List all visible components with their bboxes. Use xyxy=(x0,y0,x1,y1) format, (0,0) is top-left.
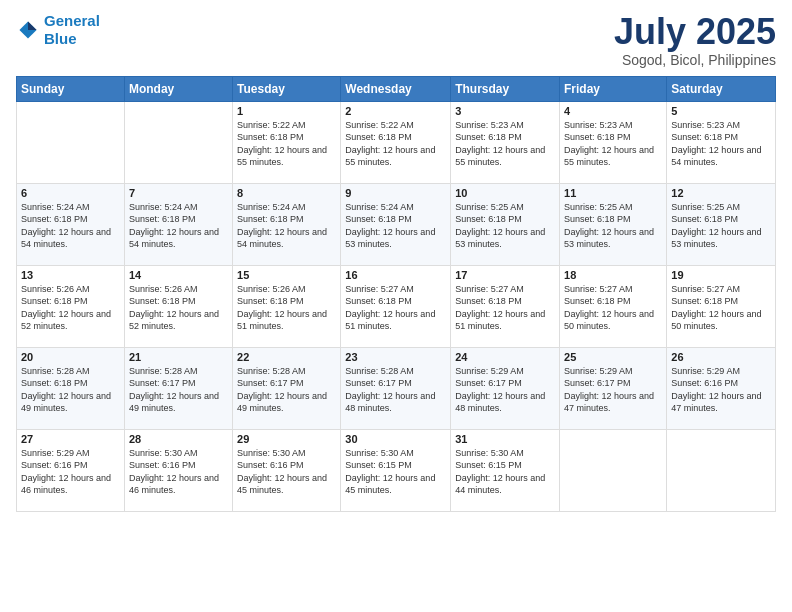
day-info: Sunrise: 5:28 AM Sunset: 6:18 PM Dayligh… xyxy=(21,365,120,415)
day-info: Sunrise: 5:30 AM Sunset: 6:15 PM Dayligh… xyxy=(345,447,446,497)
cell-2-2: 15Sunrise: 5:26 AM Sunset: 6:18 PM Dayli… xyxy=(233,265,341,347)
cell-4-4: 31Sunrise: 5:30 AM Sunset: 6:15 PM Dayli… xyxy=(451,429,560,511)
cell-0-5: 4Sunrise: 5:23 AM Sunset: 6:18 PM Daylig… xyxy=(560,101,667,183)
cell-3-6: 26Sunrise: 5:29 AM Sunset: 6:16 PM Dayli… xyxy=(667,347,776,429)
cell-0-1 xyxy=(124,101,232,183)
cell-0-6: 5Sunrise: 5:23 AM Sunset: 6:18 PM Daylig… xyxy=(667,101,776,183)
day-number: 20 xyxy=(21,351,120,363)
cell-2-3: 16Sunrise: 5:27 AM Sunset: 6:18 PM Dayli… xyxy=(341,265,451,347)
location: Sogod, Bicol, Philippines xyxy=(614,52,776,68)
day-number: 6 xyxy=(21,187,120,199)
week-row-3: 20Sunrise: 5:28 AM Sunset: 6:18 PM Dayli… xyxy=(17,347,776,429)
cell-1-6: 12Sunrise: 5:25 AM Sunset: 6:18 PM Dayli… xyxy=(667,183,776,265)
day-info: Sunrise: 5:25 AM Sunset: 6:18 PM Dayligh… xyxy=(671,201,771,251)
day-number: 26 xyxy=(671,351,771,363)
day-info: Sunrise: 5:29 AM Sunset: 6:17 PM Dayligh… xyxy=(564,365,662,415)
day-number: 13 xyxy=(21,269,120,281)
month-title: July 2025 xyxy=(614,12,776,52)
cell-1-0: 6Sunrise: 5:24 AM Sunset: 6:18 PM Daylig… xyxy=(17,183,125,265)
day-info: Sunrise: 5:26 AM Sunset: 6:18 PM Dayligh… xyxy=(129,283,228,333)
day-number: 28 xyxy=(129,433,228,445)
logo: General Blue xyxy=(16,12,100,48)
day-number: 21 xyxy=(129,351,228,363)
day-info: Sunrise: 5:25 AM Sunset: 6:18 PM Dayligh… xyxy=(564,201,662,251)
day-number: 4 xyxy=(564,105,662,117)
cell-4-3: 30Sunrise: 5:30 AM Sunset: 6:15 PM Dayli… xyxy=(341,429,451,511)
day-number: 31 xyxy=(455,433,555,445)
day-number: 1 xyxy=(237,105,336,117)
day-info: Sunrise: 5:25 AM Sunset: 6:18 PM Dayligh… xyxy=(455,201,555,251)
day-info: Sunrise: 5:30 AM Sunset: 6:15 PM Dayligh… xyxy=(455,447,555,497)
day-number: 9 xyxy=(345,187,446,199)
day-number: 8 xyxy=(237,187,336,199)
day-number: 2 xyxy=(345,105,446,117)
cell-1-3: 9Sunrise: 5:24 AM Sunset: 6:18 PM Daylig… xyxy=(341,183,451,265)
day-info: Sunrise: 5:27 AM Sunset: 6:18 PM Dayligh… xyxy=(564,283,662,333)
day-info: Sunrise: 5:30 AM Sunset: 6:16 PM Dayligh… xyxy=(237,447,336,497)
day-info: Sunrise: 5:24 AM Sunset: 6:18 PM Dayligh… xyxy=(129,201,228,251)
day-number: 7 xyxy=(129,187,228,199)
day-info: Sunrise: 5:26 AM Sunset: 6:18 PM Dayligh… xyxy=(237,283,336,333)
cell-2-1: 14Sunrise: 5:26 AM Sunset: 6:18 PM Dayli… xyxy=(124,265,232,347)
col-friday: Friday xyxy=(560,76,667,101)
header: General Blue July 2025 Sogod, Bicol, Phi… xyxy=(16,12,776,68)
day-info: Sunrise: 5:24 AM Sunset: 6:18 PM Dayligh… xyxy=(345,201,446,251)
day-info: Sunrise: 5:29 AM Sunset: 6:17 PM Dayligh… xyxy=(455,365,555,415)
day-number: 11 xyxy=(564,187,662,199)
cell-4-2: 29Sunrise: 5:30 AM Sunset: 6:16 PM Dayli… xyxy=(233,429,341,511)
col-saturday: Saturday xyxy=(667,76,776,101)
day-info: Sunrise: 5:23 AM Sunset: 6:18 PM Dayligh… xyxy=(564,119,662,169)
day-number: 23 xyxy=(345,351,446,363)
col-tuesday: Tuesday xyxy=(233,76,341,101)
week-row-2: 13Sunrise: 5:26 AM Sunset: 6:18 PM Dayli… xyxy=(17,265,776,347)
cell-4-0: 27Sunrise: 5:29 AM Sunset: 6:16 PM Dayli… xyxy=(17,429,125,511)
cell-4-5 xyxy=(560,429,667,511)
week-row-0: 1Sunrise: 5:22 AM Sunset: 6:18 PM Daylig… xyxy=(17,101,776,183)
cell-0-2: 1Sunrise: 5:22 AM Sunset: 6:18 PM Daylig… xyxy=(233,101,341,183)
day-info: Sunrise: 5:27 AM Sunset: 6:18 PM Dayligh… xyxy=(671,283,771,333)
cell-2-6: 19Sunrise: 5:27 AM Sunset: 6:18 PM Dayli… xyxy=(667,265,776,347)
day-info: Sunrise: 5:30 AM Sunset: 6:16 PM Dayligh… xyxy=(129,447,228,497)
cell-3-3: 23Sunrise: 5:28 AM Sunset: 6:17 PM Dayli… xyxy=(341,347,451,429)
day-info: Sunrise: 5:26 AM Sunset: 6:18 PM Dayligh… xyxy=(21,283,120,333)
day-number: 27 xyxy=(21,433,120,445)
day-number: 12 xyxy=(671,187,771,199)
day-info: Sunrise: 5:29 AM Sunset: 6:16 PM Dayligh… xyxy=(671,365,771,415)
calendar-header-row: Sunday Monday Tuesday Wednesday Thursday… xyxy=(17,76,776,101)
day-info: Sunrise: 5:22 AM Sunset: 6:18 PM Dayligh… xyxy=(237,119,336,169)
cell-0-4: 3Sunrise: 5:23 AM Sunset: 6:18 PM Daylig… xyxy=(451,101,560,183)
cell-1-4: 10Sunrise: 5:25 AM Sunset: 6:18 PM Dayli… xyxy=(451,183,560,265)
cell-3-0: 20Sunrise: 5:28 AM Sunset: 6:18 PM Dayli… xyxy=(17,347,125,429)
cell-3-2: 22Sunrise: 5:28 AM Sunset: 6:17 PM Dayli… xyxy=(233,347,341,429)
day-number: 17 xyxy=(455,269,555,281)
week-row-4: 27Sunrise: 5:29 AM Sunset: 6:16 PM Dayli… xyxy=(17,429,776,511)
day-info: Sunrise: 5:28 AM Sunset: 6:17 PM Dayligh… xyxy=(345,365,446,415)
day-number: 19 xyxy=(671,269,771,281)
col-thursday: Thursday xyxy=(451,76,560,101)
day-number: 29 xyxy=(237,433,336,445)
day-number: 16 xyxy=(345,269,446,281)
cell-0-0 xyxy=(17,101,125,183)
day-number: 15 xyxy=(237,269,336,281)
day-number: 25 xyxy=(564,351,662,363)
week-row-1: 6Sunrise: 5:24 AM Sunset: 6:18 PM Daylig… xyxy=(17,183,776,265)
title-block: July 2025 Sogod, Bicol, Philippines xyxy=(614,12,776,68)
calendar: Sunday Monday Tuesday Wednesday Thursday… xyxy=(16,76,776,512)
day-info: Sunrise: 5:23 AM Sunset: 6:18 PM Dayligh… xyxy=(455,119,555,169)
col-wednesday: Wednesday xyxy=(341,76,451,101)
logo-icon xyxy=(16,18,40,42)
day-info: Sunrise: 5:28 AM Sunset: 6:17 PM Dayligh… xyxy=(237,365,336,415)
cell-4-1: 28Sunrise: 5:30 AM Sunset: 6:16 PM Dayli… xyxy=(124,429,232,511)
day-info: Sunrise: 5:22 AM Sunset: 6:18 PM Dayligh… xyxy=(345,119,446,169)
cell-3-5: 25Sunrise: 5:29 AM Sunset: 6:17 PM Dayli… xyxy=(560,347,667,429)
day-info: Sunrise: 5:29 AM Sunset: 6:16 PM Dayligh… xyxy=(21,447,120,497)
day-number: 30 xyxy=(345,433,446,445)
day-info: Sunrise: 5:24 AM Sunset: 6:18 PM Dayligh… xyxy=(21,201,120,251)
cell-3-4: 24Sunrise: 5:29 AM Sunset: 6:17 PM Dayli… xyxy=(451,347,560,429)
day-number: 14 xyxy=(129,269,228,281)
day-info: Sunrise: 5:28 AM Sunset: 6:17 PM Dayligh… xyxy=(129,365,228,415)
day-info: Sunrise: 5:23 AM Sunset: 6:18 PM Dayligh… xyxy=(671,119,771,169)
day-number: 22 xyxy=(237,351,336,363)
col-sunday: Sunday xyxy=(17,76,125,101)
day-number: 24 xyxy=(455,351,555,363)
